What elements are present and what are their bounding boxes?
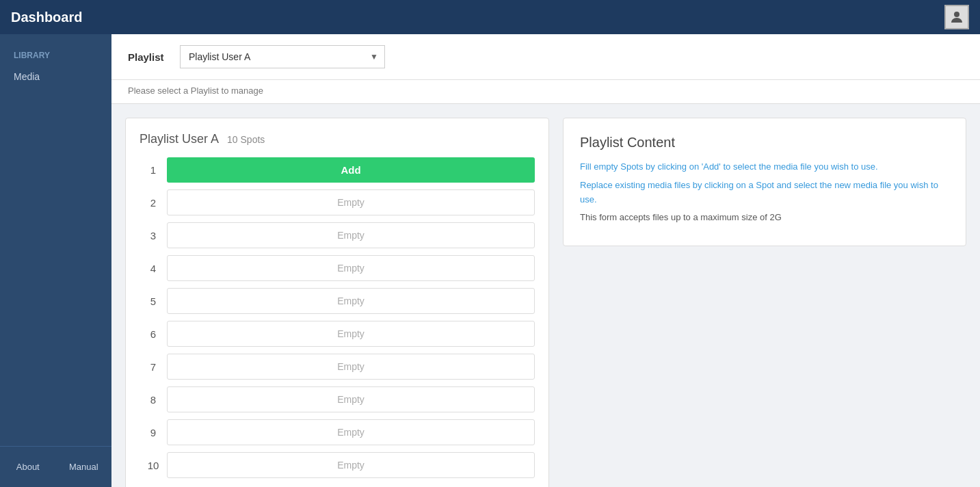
table-row: 2Empty	[140, 189, 535, 215]
table-row: 10Empty	[140, 452, 535, 478]
sidebar-footer-about[interactable]: About	[0, 453, 56, 480]
left-panel-title: Playlist User A 10 Spots	[140, 132, 535, 146]
avatar-image	[946, 6, 968, 28]
main-layout: LIBRARY Media About Manual Playlist Play…	[0, 34, 980, 487]
right-panel-title: Playlist Content	[580, 135, 949, 150]
right-panel: Playlist Content Fill empty Spots by cli…	[563, 118, 966, 246]
sidebar: LIBRARY Media About Manual	[0, 34, 111, 487]
empty-spot[interactable]: Empty	[167, 222, 535, 248]
spot-number: 2	[140, 197, 167, 209]
empty-spot[interactable]: Empty	[167, 321, 535, 347]
empty-spot[interactable]: Empty	[167, 354, 535, 380]
playlist-select-wrapper: Playlist User A Playlist User B Playlist…	[180, 45, 385, 68]
spot-number: 6	[140, 328, 167, 340]
playlist-label: Playlist	[128, 51, 169, 63]
playlist-hint: Please select a Playlist to manage	[128, 85, 263, 96]
spots-badge: 10 Spots	[227, 134, 265, 145]
table-row: 6Empty	[140, 321, 535, 347]
sidebar-section-library: LIBRARY	[0, 41, 111, 64]
info-text: Fill empty Spots by clicking on 'Add' to…	[580, 160, 949, 225]
spot-number: 4	[140, 263, 167, 274]
table-row: 4Empty	[140, 255, 535, 281]
spot-number: 5	[140, 295, 167, 307]
empty-spot[interactable]: Empty	[167, 255, 535, 281]
sidebar-footer-manual[interactable]: Manual	[56, 453, 112, 480]
table-row: 5Empty	[140, 288, 535, 314]
sidebar-item-media[interactable]: Media	[0, 64, 111, 89]
playlist-header-wrapper: Playlist Playlist User A Playlist User B…	[111, 34, 980, 104]
empty-spot[interactable]: Empty	[167, 419, 535, 445]
left-panel: Playlist User A 10 Spots 1Add2Empty3Empt…	[125, 118, 549, 487]
sidebar-footer: About Manual	[0, 446, 111, 487]
empty-spot[interactable]: Empty	[167, 288, 535, 314]
avatar[interactable]	[944, 5, 969, 29]
topbar: Dashboard	[0, 0, 980, 34]
spot-number: 9	[140, 427, 167, 438]
playlist-select[interactable]: Playlist User A Playlist User B Playlist…	[180, 45, 385, 68]
add-button[interactable]: Add	[167, 157, 535, 183]
info-line: Fill empty Spots by clicking on 'Add' to…	[580, 160, 949, 174]
spot-number: 1	[140, 164, 167, 176]
playlist-name: Playlist User A	[140, 132, 218, 146]
spot-number: 8	[140, 394, 167, 406]
table-row: 9Empty	[140, 419, 535, 445]
spot-number: 10	[140, 460, 167, 471]
info-line: Replace existing media files by clicking…	[580, 179, 949, 207]
playlist-hint-wrapper: Please select a Playlist to manage	[111, 80, 980, 103]
table-row: 1Add	[140, 157, 535, 183]
empty-spot[interactable]: Empty	[167, 386, 535, 412]
table-row: 8Empty	[140, 386, 535, 412]
playlist-header: Playlist Playlist User A Playlist User B…	[111, 34, 980, 80]
table-row: 3Empty	[140, 222, 535, 248]
spot-number: 7	[140, 361, 167, 373]
body-panels: Playlist User A 10 Spots 1Add2Empty3Empt…	[111, 104, 980, 487]
app-title: Dashboard	[11, 10, 82, 25]
info-line: This form accepts files up to a maximum …	[580, 211, 949, 225]
svg-point-0	[954, 12, 959, 17]
table-row: 7Empty	[140, 354, 535, 380]
empty-spot[interactable]: Empty	[167, 189, 535, 215]
empty-spot[interactable]: Empty	[167, 452, 535, 478]
sidebar-nav: LIBRARY Media	[0, 34, 111, 89]
spots-list: 1Add2Empty3Empty4Empty5Empty6Empty7Empty…	[140, 157, 535, 478]
spot-number: 3	[140, 230, 167, 241]
content-area: Playlist Playlist User A Playlist User B…	[111, 34, 980, 487]
